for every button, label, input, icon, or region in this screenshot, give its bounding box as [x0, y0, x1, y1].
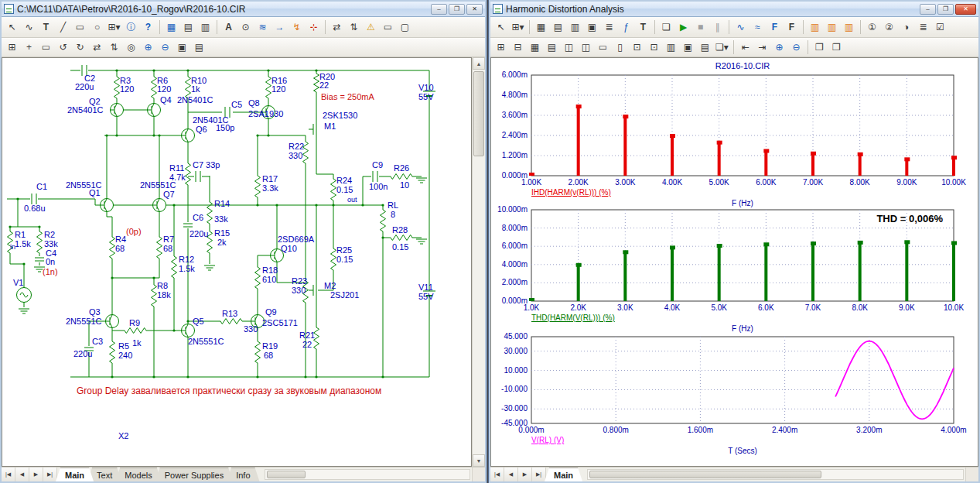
page-nav-2[interactable]: ▶ [518, 468, 532, 481]
fourier-window[interactable]: F [767, 19, 783, 35]
page-nav-0[interactable]: |◀ [490, 468, 504, 481]
new-page[interactable]: ▭ [380, 19, 396, 35]
copy-left[interactable]: ❐ [811, 39, 828, 55]
scope-1[interactable]: ① [864, 19, 880, 35]
page-nav-1[interactable]: ◀ [504, 468, 518, 481]
flip-horizontal[interactable]: ⇄ [89, 39, 105, 55]
clipboard-dropdown[interactable]: ❏▾ [714, 39, 730, 55]
node-voltages[interactable]: ≋ [254, 19, 271, 35]
horizontal-scroll-thumb[interactable] [267, 471, 306, 478]
copy-right[interactable]: ❐ [828, 39, 845, 55]
fft-window[interactable]: F [784, 19, 800, 35]
ruler[interactable]: ▦ [527, 39, 543, 55]
redo[interactable]: ↻ [72, 39, 88, 55]
page-nav-2[interactable]: ▶ [29, 468, 43, 481]
scope-2[interactable]: ② [881, 19, 897, 35]
pin-connections[interactable]: ⊹ [306, 19, 322, 35]
options-check[interactable]: ☑ [932, 19, 948, 35]
zoom-window[interactable]: ▣ [174, 39, 190, 55]
cursor-left[interactable]: ⇤ [737, 39, 753, 55]
tab-power-supplies[interactable]: Power Supplies [155, 468, 233, 481]
schematic-editor-area[interactable]: C2220uR3120R6120R101kR16120R2022Q22N5401… [2, 57, 472, 467]
go-to-y[interactable]: ⊡ [646, 39, 662, 55]
zoom-in[interactable]: ⊕ [140, 39, 156, 55]
tab-info[interactable]: Info [227, 468, 259, 481]
minimize-button[interactable]: – [920, 4, 936, 15]
tab-main[interactable]: Main [545, 468, 582, 481]
page-nav-3[interactable]: ▶| [532, 468, 546, 481]
node-numbers[interactable]: ⊙ [237, 19, 254, 35]
histogram-1[interactable]: ▥ [807, 19, 823, 35]
horizontal-scroll-thumb[interactable] [589, 471, 821, 478]
grid-toggle[interactable]: ▦ [163, 19, 179, 35]
clipboard[interactable]: ❏ [658, 19, 674, 35]
flip-vertical[interactable]: ⇅ [106, 39, 122, 55]
vertical-scroll-thumb[interactable] [473, 71, 484, 156]
zoom-out[interactable]: ⊖ [157, 39, 173, 55]
attribute-text[interactable]: A [220, 19, 237, 35]
run-button[interactable]: ▶ [675, 19, 691, 35]
rect-mode[interactable]: ▭ [72, 19, 88, 35]
vertical-scroll-track[interactable] [473, 70, 485, 454]
plot-area[interactable]: 1.00K2.00K3.00K4.00K5.00K6.00K7.00K8.00K… [490, 57, 978, 467]
analysis-titlebar[interactable]: Harmonic Distortion Analysis –❐✕ [490, 2, 978, 17]
select-tool[interactable]: ↖ [493, 19, 509, 35]
tab-models[interactable]: Models [115, 468, 161, 481]
schematic-canvas[interactable]: C2220uR3120R6120R101kR16120R2022Q22N5401… [2, 58, 472, 467]
remove-curve[interactable]: ▥ [567, 19, 583, 35]
analysis-horizontal-scrollbar[interactable] [587, 469, 964, 480]
zoom-in[interactable]: ⊕ [771, 39, 787, 55]
scroll-up-arrow[interactable]: ▲ [473, 57, 485, 70]
contrast-tool[interactable]: ◑ [898, 19, 914, 35]
pause-button[interactable]: ∥ [709, 19, 726, 35]
zoom-out[interactable]: ⊖ [788, 39, 804, 55]
text-mode[interactable]: T [38, 19, 54, 35]
select-region[interactable]: ▢ [397, 19, 413, 35]
restore-button[interactable]: ❐ [449, 4, 465, 15]
histogram-3[interactable]: ▥ [841, 19, 857, 35]
info-mode[interactable]: ⓘ [123, 19, 139, 35]
find[interactable]: ◎ [123, 39, 139, 55]
minimize-button[interactable]: – [431, 4, 447, 15]
scroll-down-arrow[interactable]: ▼ [473, 454, 485, 467]
stop-button[interactable]: ■ [692, 19, 709, 35]
slider-toggle[interactable]: ⇅ [346, 19, 362, 35]
page-nav-3[interactable]: ▶| [43, 468, 57, 481]
border-toggle[interactable]: ▤ [180, 19, 196, 35]
warning-indicator[interactable]: ⚠ [363, 19, 379, 35]
step-toggle[interactable]: ⇄ [329, 19, 345, 35]
normalize[interactable]: ▣ [680, 39, 696, 55]
component-dropdown[interactable]: ⊞▾ [106, 19, 122, 35]
numeric-output[interactable]: ≣ [601, 19, 617, 35]
histogram-2[interactable]: ▥ [824, 19, 840, 35]
plot-svg[interactable]: 1.00K2.00K3.00K4.00K5.00K6.00K7.00K8.00K… [491, 58, 978, 467]
undo[interactable]: ↺ [55, 39, 71, 55]
text-mode[interactable]: T [635, 19, 651, 35]
open-dropdown[interactable]: ⊞▾ [510, 19, 526, 35]
power-probe[interactable]: ↯ [289, 19, 305, 35]
close-button[interactable]: ✕ [955, 4, 976, 15]
tag-right[interactable]: ◫ [578, 39, 594, 55]
print-preview[interactable]: ▤ [191, 39, 207, 55]
go-to-x[interactable]: ⊡ [629, 39, 645, 55]
formula[interactable]: ƒ [618, 19, 634, 35]
branch[interactable]: ▥ [663, 39, 679, 55]
list-tool[interactable]: ≣ [915, 19, 931, 35]
data-points[interactable]: ⊞ [493, 39, 509, 55]
page-properties[interactable]: ⊞ [4, 39, 20, 55]
current-probe[interactable]: → [271, 19, 288, 35]
vertical-tag[interactable]: ▯ [612, 39, 628, 55]
line-mode[interactable]: ╱ [55, 19, 71, 35]
help-mode[interactable]: ? [140, 19, 156, 35]
schematic-horizontal-scrollbar[interactable] [265, 469, 470, 480]
plot-properties[interactable]: ▦ [533, 19, 549, 35]
tag-left[interactable]: ◫ [561, 39, 577, 55]
schematic-titlebar[interactable]: C:\MC11\DATA\Petrov\R2016-10_Rogov\R2016… [2, 2, 485, 17]
pan-tool[interactable]: + [21, 39, 37, 55]
restore-button[interactable]: ❐ [937, 4, 954, 15]
tokens[interactable]: ⊟ [510, 39, 526, 55]
page-nav-0[interactable]: |◀ [2, 468, 15, 481]
horizontal-tag[interactable]: ▭ [595, 39, 611, 55]
schematic-vertical-scrollbar[interactable]: ▲ ▼ [472, 57, 485, 467]
box-zoom[interactable]: ▭ [38, 39, 54, 55]
